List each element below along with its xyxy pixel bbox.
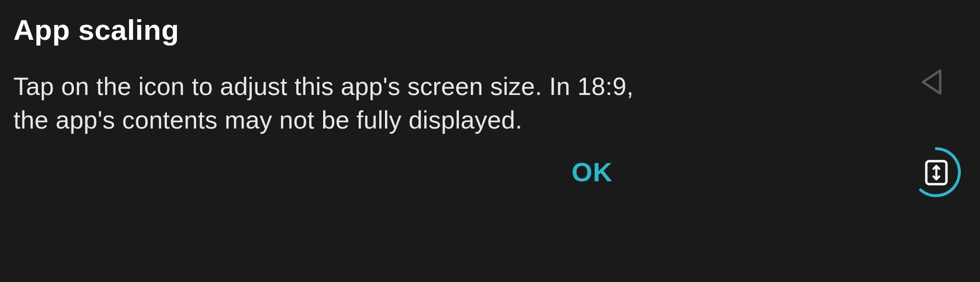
scaling-icon-button[interactable]	[911, 148, 962, 199]
nav-back-button[interactable]	[914, 66, 947, 100]
ok-button[interactable]: OK	[562, 152, 622, 192]
back-triangle-icon	[917, 67, 944, 99]
dialog-content: App scaling Tap on the icon to adjust th…	[0, 0, 681, 137]
app-scaling-icon	[911, 147, 962, 200]
dialog-description: Tap on the icon to adjust this app's scr…	[13, 70, 662, 137]
dialog-title: App scaling	[13, 13, 662, 47]
